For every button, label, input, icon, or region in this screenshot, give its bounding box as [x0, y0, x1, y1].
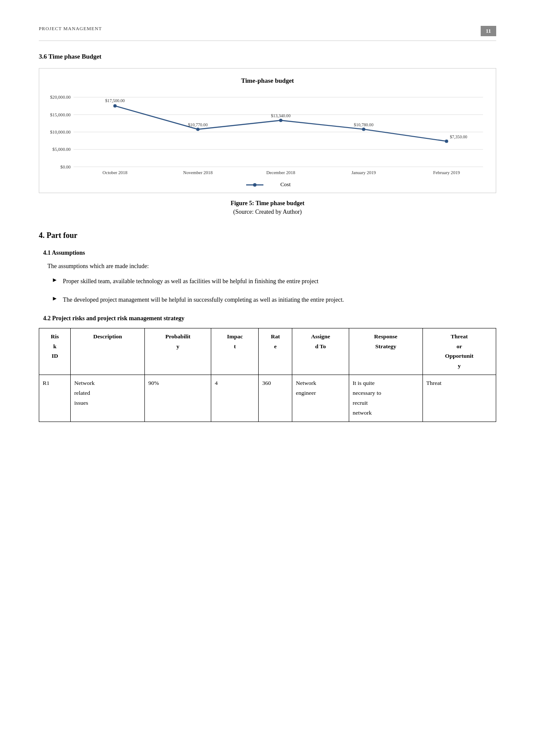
time-phase-budget-chart: Time-phase budget $20,000.00 $15,000.00 … [39, 68, 496, 193]
chart-title: Time-phase budget [48, 77, 487, 84]
col-header-impact: Impact [211, 328, 259, 375]
svg-text:$15,000.00: $15,000.00 [50, 112, 71, 117]
col-header-description: Description [71, 328, 145, 375]
cell-response: It is quite necessary to recruit network [349, 375, 422, 422]
col-header-risk-id: RiskID [39, 328, 71, 375]
chart-svg: $20,000.00 $15,000.00 $10,000.00 $5,000.… [48, 91, 487, 178]
col-header-response: ResponseStrategy [349, 328, 422, 375]
cell-impact: 4 [211, 375, 259, 422]
figure-caption: Figure 5: Time phase budget [39, 200, 496, 207]
legend-icon [244, 181, 279, 188]
bullet-text-2: The developed project management will be… [63, 294, 496, 305]
svg-point-29 [253, 183, 257, 187]
svg-text:$0.00: $0.00 [60, 165, 71, 169]
svg-point-16 [196, 128, 200, 131]
svg-point-17 [279, 119, 282, 122]
document-title: PROJECT MANAGEMENT [39, 26, 102, 31]
svg-text:$20,000.00: $20,000.00 [50, 95, 71, 100]
bullet-item-2: ► The developed project management will … [39, 294, 496, 305]
cell-threat: Threat [422, 375, 496, 422]
col-header-assigned: Assigned To [292, 328, 349, 375]
header-divider [39, 41, 496, 41]
section-4-1-heading: 4.1 Assumptions [39, 250, 496, 256]
svg-text:November 2018: November 2018 [183, 170, 213, 175]
section-4-1-intro: The assumptions which are made include: [39, 261, 496, 272]
col-header-probability: Probability [144, 328, 211, 375]
svg-point-18 [362, 128, 366, 131]
section-4-2-heading: 4.2 Project risks and project risk manag… [39, 315, 496, 322]
svg-text:October 2018: October 2018 [103, 170, 128, 175]
svg-point-19 [445, 140, 448, 143]
page-number: 11 [481, 26, 496, 36]
cell-probability: 90% [144, 375, 211, 422]
svg-text:December 2018: December 2018 [266, 170, 295, 175]
section-4-heading: 4. Part four [39, 231, 496, 240]
page: PROJECT MANAGEMENT 11 3.6 Time phase Bud… [0, 0, 535, 756]
chart-legend: Cost [48, 181, 487, 188]
table-row: R1 Network related issues 90% 4 360 Netw… [39, 375, 496, 422]
svg-text:February 2019: February 2019 [433, 170, 460, 175]
legend-label: Cost [280, 181, 291, 187]
page-header: PROJECT MANAGEMENT 11 [39, 26, 496, 36]
col-header-threat: ThreatorOpportunity [422, 328, 496, 375]
chart-area: $20,000.00 $15,000.00 $10,000.00 $5,000.… [48, 91, 487, 178]
svg-text:$17,500.00: $17,500.00 [105, 98, 125, 103]
svg-text:$7,350.00: $7,350.00 [450, 134, 467, 139]
svg-text:$10,000.00: $10,000.00 [50, 130, 71, 134]
svg-text:January 2019: January 2019 [351, 170, 376, 175]
svg-text:$5,000.00: $5,000.00 [53, 147, 71, 152]
svg-text:$13,340.00: $13,340.00 [271, 113, 291, 118]
cell-rate: 360 [259, 375, 292, 422]
bullet-arrow-1: ► [52, 277, 58, 284]
svg-text:$10,770.00: $10,770.00 [188, 122, 207, 127]
bullet-arrow-2: ► [52, 295, 58, 302]
bullet-item-1: ► Proper skilled team, available technol… [39, 276, 496, 287]
svg-text:$10,780.00: $10,780.00 [354, 122, 373, 127]
col-header-rate: Rate [259, 328, 292, 375]
cell-assigned: Network engineer [292, 375, 349, 422]
cell-risk-id: R1 [39, 375, 71, 422]
cell-description: Network related issues [71, 375, 145, 422]
table-header-row: RiskID Description Probability Impact Ra… [39, 328, 496, 375]
figure-source: (Source: Created by Author) [39, 209, 496, 216]
risk-table: RiskID Description Probability Impact Ra… [39, 328, 496, 422]
section-3-6-heading: 3.6 Time phase Budget [39, 53, 496, 60]
bullet-text-1: Proper skilled team, available technolog… [63, 276, 496, 287]
svg-point-15 [113, 104, 117, 108]
